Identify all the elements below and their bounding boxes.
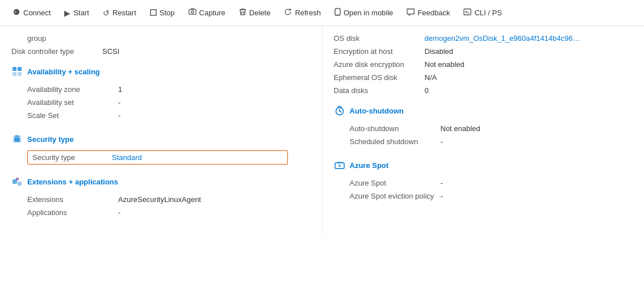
start-button[interactable]: ▶ Start bbox=[58, 5, 94, 21]
feedback-icon bbox=[407, 8, 415, 18]
property-value: Not enabled bbox=[441, 124, 480, 133]
property-value: SCSI bbox=[102, 47, 119, 56]
svg-point-22 bbox=[338, 165, 341, 167]
left-panel: group Disk controller type SCSI Availabi… bbox=[0, 26, 323, 236]
property-row: Azure Spot - bbox=[334, 176, 633, 190]
section-header: Azure Spot bbox=[334, 159, 633, 171]
availability-scaling-section: Availability + scaling Availability zone… bbox=[11, 66, 311, 122]
stop-icon bbox=[150, 9, 157, 18]
property-row: Scheduled shutdown - bbox=[334, 135, 633, 148]
auto-shutdown-icon bbox=[334, 105, 345, 116]
property-row: Azure disk encryption Not enabled bbox=[334, 58, 633, 71]
start-icon: ▶ bbox=[64, 9, 70, 18]
property-label: group bbox=[27, 34, 118, 43]
property-label: Azure disk encryption bbox=[334, 60, 425, 69]
property-row: Azure Spot eviction policy - bbox=[334, 190, 633, 203]
property-row: Auto-shutdown Not enabled bbox=[334, 122, 633, 135]
stop-button[interactable]: Stop bbox=[144, 5, 181, 21]
svg-rect-14 bbox=[15, 135, 19, 138]
property-label: OS disk bbox=[334, 34, 425, 43]
svg-rect-17 bbox=[16, 178, 19, 180]
delete-label: Delete bbox=[249, 9, 271, 17]
section-header: Availability + scaling bbox=[11, 66, 311, 77]
svg-rect-18 bbox=[18, 182, 22, 186]
cli-ps-button[interactable]: CLI / PS bbox=[458, 5, 507, 21]
cli-ps-icon bbox=[463, 8, 471, 18]
svg-point-2 bbox=[191, 11, 193, 13]
svg-rect-11 bbox=[12, 72, 16, 76]
refresh-icon bbox=[284, 8, 292, 18]
security-type-section: Security type Security type Standard bbox=[11, 133, 311, 165]
property-label: Scale Set bbox=[27, 111, 118, 120]
cli-ps-label: CLI / PS bbox=[474, 9, 501, 17]
restart-button[interactable]: ↺ Restart bbox=[97, 5, 142, 21]
connect-icon bbox=[12, 8, 20, 18]
extensions-icon bbox=[11, 176, 23, 187]
svg-rect-0 bbox=[150, 10, 156, 15]
open-in-mobile-label: Open in mobile bbox=[344, 9, 393, 17]
security-type-title: Security type bbox=[27, 135, 74, 144]
property-row: Availability set - bbox=[11, 96, 311, 109]
security-type-icon bbox=[11, 133, 23, 145]
azure-spot-icon bbox=[334, 159, 345, 171]
capture-icon bbox=[189, 8, 196, 18]
svg-rect-15 bbox=[14, 138, 20, 142]
property-label: Azure Spot eviction policy bbox=[350, 192, 441, 200]
feedback-label: Feedback bbox=[417, 9, 450, 17]
svg-rect-9 bbox=[12, 67, 16, 71]
section-header: Extensions + applications bbox=[11, 176, 311, 187]
svg-rect-21 bbox=[337, 162, 342, 163]
property-value: - bbox=[441, 179, 443, 187]
property-label: Azure Spot bbox=[350, 179, 441, 187]
capture-button[interactable]: Capture bbox=[183, 5, 231, 21]
delete-icon bbox=[239, 8, 246, 18]
property-row: Disk controller type SCSI bbox=[11, 45, 311, 58]
section-header: Auto-shutdown bbox=[334, 105, 633, 116]
main-content: group Disk controller type SCSI Availabi… bbox=[0, 26, 644, 236]
extensions-applications-section: Extensions + applications Extensions Azu… bbox=[11, 176, 311, 219]
property-value: 1 bbox=[118, 85, 122, 94]
property-value: - bbox=[118, 111, 120, 120]
property-row: Scale Set - bbox=[11, 109, 311, 122]
property-value: 0 bbox=[425, 86, 429, 95]
restart-label: Restart bbox=[112, 9, 136, 17]
property-row: OS disk demogen2vm_OsDisk_1_e960a4f1414b… bbox=[334, 32, 633, 45]
refresh-button[interactable]: Refresh bbox=[278, 5, 327, 21]
connect-button[interactable]: Connect bbox=[7, 5, 56, 21]
property-value: - bbox=[441, 137, 443, 146]
security-type-value[interactable]: Standard bbox=[112, 153, 142, 162]
property-value: - bbox=[118, 208, 120, 217]
property-value: N/A bbox=[425, 73, 437, 82]
svg-rect-1 bbox=[189, 10, 195, 15]
restart-icon: ↺ bbox=[103, 9, 110, 18]
svg-rect-12 bbox=[18, 72, 22, 76]
section-header: Security type bbox=[11, 133, 311, 145]
open-in-mobile-button[interactable]: Open in mobile bbox=[329, 5, 399, 21]
right-panel: OS disk demogen2vm_OsDisk_1_e960a4f1414b… bbox=[323, 26, 645, 236]
property-row: Extensions AzureSecurityLinuxAgent bbox=[11, 193, 311, 206]
stop-label: Stop bbox=[160, 9, 175, 17]
property-label: Encryption at host bbox=[334, 47, 425, 56]
property-label: Availability zone bbox=[27, 85, 118, 94]
property-row: group bbox=[11, 32, 311, 45]
toolbar: Connect ▶ Start ↺ Restart Stop Capture D… bbox=[0, 0, 644, 26]
property-value: Not enabled bbox=[425, 60, 465, 69]
property-row: Availability zone 1 bbox=[11, 83, 311, 96]
svg-rect-10 bbox=[18, 67, 22, 71]
feedback-button[interactable]: Feedback bbox=[401, 5, 455, 21]
azure-spot-title: Azure Spot bbox=[350, 161, 389, 170]
property-value: - bbox=[441, 192, 443, 200]
auto-shutdown-section: Auto-shutdown Auto-shutdown Not enabled … bbox=[334, 105, 633, 148]
connect-label: Connect bbox=[23, 9, 51, 17]
delete-button[interactable]: Delete bbox=[233, 5, 277, 21]
property-row: Ephemeral OS disk N/A bbox=[334, 71, 633, 84]
property-label: Applications bbox=[27, 208, 118, 217]
property-label: Extensions bbox=[27, 195, 118, 204]
property-row: Encryption at host Disabled bbox=[334, 45, 633, 58]
property-label: Availability set bbox=[27, 98, 118, 107]
property-value: - bbox=[118, 98, 120, 107]
property-label: Data disks bbox=[334, 86, 425, 95]
property-label: Scheduled shutdown bbox=[350, 137, 441, 146]
os-disk-value[interactable]: demogen2vm_OsDisk_1_e960a4f1414b4c968103… bbox=[425, 34, 584, 43]
availability-scaling-title: Availability + scaling bbox=[27, 68, 100, 76]
